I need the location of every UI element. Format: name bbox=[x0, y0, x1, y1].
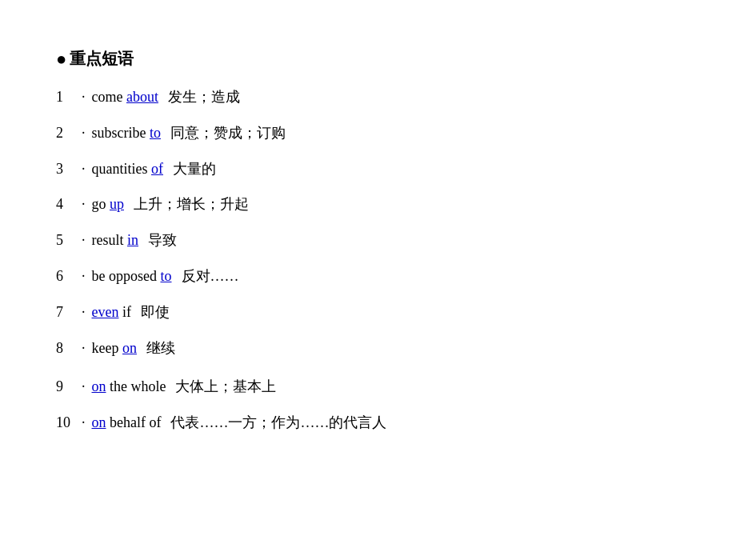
main-container: ● 重点短语 1·come about发生；造成2·subscribe to同意… bbox=[0, 0, 736, 495]
phrase-number: 1 bbox=[56, 86, 78, 109]
phrase-text: subscribe to bbox=[92, 122, 162, 145]
phrase-link[interactable]: in bbox=[127, 232, 138, 248]
phrase-number: 7 bbox=[56, 301, 78, 324]
phrase-chinese: 代表……一方；作为……的代言人 bbox=[170, 411, 386, 434]
phrase-chinese: 大体上；基本上 bbox=[175, 375, 276, 398]
phrase-dot: · bbox=[82, 158, 86, 181]
phrase-link[interactable]: on bbox=[122, 340, 137, 356]
phrase-text: result in bbox=[92, 229, 139, 252]
phrase-link[interactable]: to bbox=[160, 268, 171, 284]
phrase-dot: · bbox=[82, 301, 86, 324]
phrase-link[interactable]: to bbox=[150, 125, 161, 141]
phrase-number: 8 bbox=[56, 337, 78, 360]
title-text: 重点短语 bbox=[70, 48, 134, 70]
list-item: 5·result in导致 bbox=[56, 229, 680, 252]
phrase-number: 10 bbox=[56, 411, 78, 434]
list-item: 3·quantities of大量的 bbox=[56, 158, 680, 181]
phrase-text: be opposed to bbox=[92, 265, 172, 288]
list-item: 2·subscribe to同意；赞成；订购 bbox=[56, 122, 680, 145]
phrase-link[interactable]: on bbox=[92, 414, 106, 430]
phrase-dot: · bbox=[82, 86, 86, 109]
bullet-icon: ● bbox=[56, 49, 66, 70]
phrase-chinese: 大量的 bbox=[173, 158, 216, 181]
phrase-number: 2 bbox=[56, 122, 78, 145]
phrase-text: even if bbox=[92, 301, 131, 324]
phrase-link[interactable]: of bbox=[151, 161, 163, 177]
list-item: 4·go up上升；增长；升起 bbox=[56, 193, 680, 216]
phrase-list: 1·come about发生；造成2·subscribe to同意；赞成；订购3… bbox=[56, 86, 680, 434]
phrase-chinese: 上升；增长；升起 bbox=[134, 193, 249, 216]
phrase-chinese: 发生；造成 bbox=[168, 86, 240, 109]
phrase-dot: · bbox=[82, 265, 86, 288]
phrase-number: 6 bbox=[56, 265, 78, 288]
phrase-dot: · bbox=[82, 411, 86, 434]
phrase-link[interactable]: even bbox=[92, 304, 119, 320]
phrase-dot: · bbox=[82, 229, 86, 252]
list-item: 8·keep on继续 bbox=[56, 337, 680, 360]
list-item: 10·on behalf of代表……一方；作为……的代言人 bbox=[56, 411, 680, 434]
phrase-dot: · bbox=[82, 193, 86, 216]
phrase-text: keep on bbox=[92, 337, 137, 360]
phrase-link[interactable]: on bbox=[92, 378, 106, 394]
list-item: 7·even if即使 bbox=[56, 301, 680, 324]
phrase-chinese: 即使 bbox=[141, 301, 170, 324]
phrase-text: go up bbox=[92, 193, 125, 216]
phrase-text: on behalf of bbox=[92, 411, 162, 434]
phrase-dot: · bbox=[82, 337, 86, 360]
phrase-link[interactable]: up bbox=[110, 196, 124, 212]
phrase-link[interactable]: about bbox=[126, 89, 158, 105]
phrase-chinese: 反对…… bbox=[182, 265, 239, 288]
phrase-number: 9 bbox=[56, 375, 78, 398]
phrase-number: 4 bbox=[56, 193, 78, 216]
phrase-chinese: 导致 bbox=[148, 229, 177, 252]
phrase-chinese: 继续 bbox=[146, 337, 175, 360]
list-item: 1·come about发生；造成 bbox=[56, 86, 680, 109]
phrase-dot: · bbox=[82, 375, 86, 398]
list-item: 6·be opposed to反对…… bbox=[56, 265, 680, 288]
phrase-text: come about bbox=[92, 86, 158, 109]
section-title: ● 重点短语 bbox=[56, 48, 680, 70]
phrase-chinese: 同意；赞成；订购 bbox=[170, 122, 286, 145]
phrase-number: 5 bbox=[56, 229, 78, 252]
phrase-number: 3 bbox=[56, 158, 78, 181]
phrase-text: quantities of bbox=[92, 158, 164, 181]
list-item: 9·on the whole大体上；基本上 bbox=[56, 375, 680, 398]
phrase-dot: · bbox=[82, 122, 86, 145]
phrase-text: on the whole bbox=[92, 375, 166, 398]
